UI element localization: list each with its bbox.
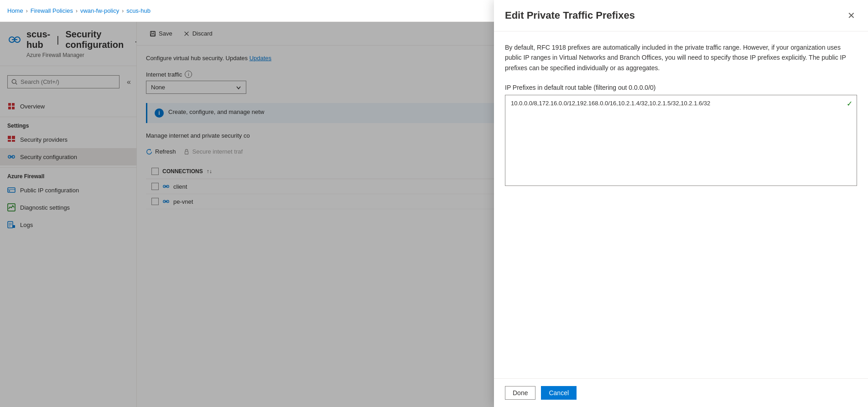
breadcrumb-sep-2: › bbox=[76, 8, 78, 14]
panel-description: By default, RFC 1918 prefixes are automa… bbox=[505, 42, 857, 73]
ip-textarea-wrapper: ✓ bbox=[505, 95, 857, 187]
done-button[interactable]: Done bbox=[505, 386, 535, 400]
cancel-button[interactable]: Cancel bbox=[541, 386, 577, 400]
breadcrumb-firewall-policies[interactable]: Firewall Policies bbox=[31, 7, 73, 14]
breadcrumb-sep-1: › bbox=[26, 8, 28, 14]
breadcrumb-vwan[interactable]: vwan-fw-policy bbox=[80, 7, 119, 14]
panel-footer: Done Cancel bbox=[494, 378, 868, 407]
breadcrumb: Home › Firewall Policies › vwan-fw-polic… bbox=[7, 7, 151, 14]
main-layout: scus-hub | Security configuration ... Az… bbox=[0, 22, 868, 407]
edit-panel: Edit Private Traffic Prefixes ✕ By defau… bbox=[494, 22, 868, 407]
panel-body: By default, RFC 1918 prefixes are automa… bbox=[494, 31, 868, 378]
breadcrumb-home[interactable]: Home bbox=[7, 7, 23, 14]
breadcrumb-sep-3: › bbox=[122, 8, 124, 14]
valid-checkmark-icon: ✓ bbox=[847, 99, 852, 108]
ip-prefixes-label: IP Prefixes in default rout table (filte… bbox=[505, 84, 857, 91]
breadcrumb-scus-hub[interactable]: scus-hub bbox=[126, 7, 151, 14]
ip-prefixes-input[interactable] bbox=[505, 95, 857, 186]
panel-header: Edit Private Traffic Prefixes ✕ bbox=[494, 22, 868, 31]
ip-prefixes-field: IP Prefixes in default rout table (filte… bbox=[505, 84, 857, 187]
